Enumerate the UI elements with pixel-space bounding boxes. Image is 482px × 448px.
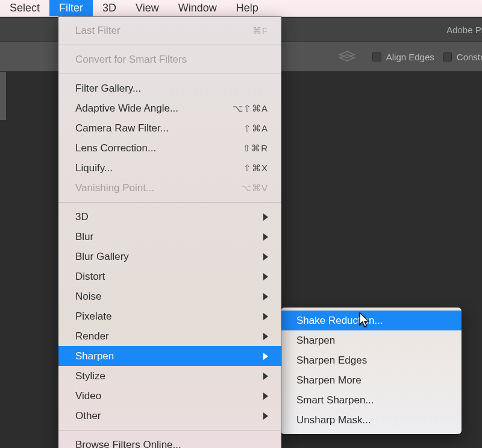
checkbox-icon bbox=[372, 52, 381, 62]
menu-item-adaptive-wide-angle[interactable]: Adaptive Wide Angle... ⌥⇧⌘A bbox=[58, 98, 281, 118]
menu-item-filter-gallery[interactable]: Filter Gallery... bbox=[58, 78, 281, 98]
menu-item-vanishing-point: Vanishing Point... ⌥⌘V bbox=[58, 178, 281, 198]
submenu-arrow-icon bbox=[263, 393, 268, 400]
constrain-label: Constr bbox=[457, 52, 482, 62]
menu-item-label: Stylize bbox=[75, 370, 263, 382]
menu-separator bbox=[58, 45, 281, 45]
submenu-arrow-icon bbox=[263, 233, 268, 241]
submenu-arrow-icon bbox=[263, 333, 268, 340]
submenu-arrow-icon bbox=[263, 373, 268, 380]
menu-item-liquify[interactable]: Liquify... ⇧⌘X bbox=[58, 158, 281, 178]
submenu-item-unsharp-mask[interactable]: Unsharp Mask... bbox=[281, 410, 462, 430]
menu-separator bbox=[58, 74, 281, 74]
shortcut-text: ⌥⌘V bbox=[241, 183, 268, 194]
menu-item-other[interactable]: Other bbox=[58, 406, 281, 426]
submenu-arrow-icon bbox=[263, 313, 268, 320]
left-tool-edge bbox=[0, 72, 6, 120]
submenu-arrow-icon bbox=[263, 213, 268, 221]
shortcut-text: ⌘F bbox=[252, 25, 268, 36]
submenu-arrow-icon bbox=[263, 253, 268, 260]
menu-item-label: Unsharp Mask... bbox=[296, 414, 446, 426]
menu-item-label: Last Filter bbox=[75, 25, 252, 37]
submenu-item-shake-reduction[interactable]: Shake Reduction... bbox=[281, 311, 462, 330]
menu-item-label: 3D bbox=[75, 211, 263, 223]
menu-item-browse-filters-online[interactable]: Browse Filters Online... bbox=[58, 435, 281, 448]
submenu-item-sharpen[interactable]: Sharpen bbox=[281, 330, 462, 350]
menu-item-video[interactable]: Video bbox=[58, 386, 281, 406]
shortcut-text: ⇧⌘X bbox=[243, 163, 268, 174]
menu-item-label: Convert for Smart Filters bbox=[75, 54, 268, 66]
menubar-item-3d[interactable]: 3D bbox=[93, 0, 126, 16]
constrain-checkbox[interactable]: Constr bbox=[443, 52, 482, 62]
menubar-item-filter[interactable]: Filter bbox=[49, 0, 93, 16]
shortcut-text: ⌥⇧⌘A bbox=[233, 103, 268, 114]
checkbox-icon bbox=[443, 52, 452, 62]
menu-item-label: Sharpen More bbox=[296, 374, 446, 386]
menu-item-label: Vanishing Point... bbox=[75, 182, 241, 194]
submenu-item-sharpen-more[interactable]: Sharpen More bbox=[281, 370, 462, 390]
menu-item-distort[interactable]: Distort bbox=[58, 267, 281, 286]
menu-item-3d[interactable]: 3D bbox=[58, 207, 281, 227]
submenu-arrow-icon bbox=[263, 412, 268, 420]
menubar-item-help[interactable]: Help bbox=[227, 0, 268, 16]
menu-item-stylize[interactable]: Stylize bbox=[58, 366, 281, 386]
shortcut-text: ⇧⌘A bbox=[243, 123, 268, 134]
menu-item-label: Sharpen Edges bbox=[296, 355, 446, 367]
menu-item-camera-raw-filter[interactable]: Camera Raw Filter... ⇧⌘A bbox=[58, 118, 281, 138]
menubar-item-view[interactable]: View bbox=[126, 0, 169, 16]
menu-item-label: Camera Raw Filter... bbox=[75, 122, 243, 134]
shortcut-text: ⇧⌘R bbox=[243, 143, 268, 154]
menu-item-lens-correction[interactable]: Lens Correction... ⇧⌘R bbox=[58, 138, 281, 158]
submenu-arrow-icon bbox=[263, 273, 268, 280]
menu-item-label: Sharpen bbox=[296, 335, 446, 347]
menu-item-label: Sharpen bbox=[75, 350, 263, 362]
align-edges-checkbox[interactable]: Align Edges bbox=[372, 52, 434, 62]
layer-stack-icon[interactable] bbox=[339, 50, 355, 63]
menu-item-label: Adaptive Wide Angle... bbox=[75, 103, 233, 115]
menu-item-noise[interactable]: Noise bbox=[58, 286, 281, 306]
align-edges-label: Align Edges bbox=[386, 52, 434, 62]
menubar-item-window[interactable]: Window bbox=[169, 0, 227, 16]
submenu-arrow-icon bbox=[263, 293, 268, 300]
sharpen-submenu: Shake Reduction... Sharpen Sharpen Edges… bbox=[281, 308, 462, 434]
menu-item-render[interactable]: Render bbox=[58, 326, 281, 346]
menu-item-label: Noise bbox=[75, 291, 263, 303]
filter-dropdown: Last Filter ⌘F Convert for Smart Filters… bbox=[58, 17, 281, 448]
menu-item-label: Browse Filters Online... bbox=[75, 439, 268, 449]
menu-item-label: Liquify... bbox=[75, 162, 243, 174]
menu-item-last-filter: Last Filter ⌘F bbox=[58, 21, 281, 40]
app-title: Adobe Pl bbox=[446, 25, 482, 35]
menu-item-blur-gallery[interactable]: Blur Gallery bbox=[58, 247, 281, 267]
menu-item-pixelate[interactable]: Pixelate bbox=[58, 306, 281, 326]
menu-separator bbox=[58, 430, 281, 431]
menu-item-label: Pixelate bbox=[75, 311, 263, 323]
menu-item-label: Smart Sharpen... bbox=[296, 394, 446, 406]
menu-item-sharpen[interactable]: Sharpen bbox=[58, 346, 281, 366]
menu-separator bbox=[58, 202, 281, 203]
menu-item-blur[interactable]: Blur bbox=[58, 227, 281, 247]
menu-item-label: Other bbox=[75, 410, 263, 422]
menu-item-convert-smart-filters: Convert for Smart Filters bbox=[58, 49, 281, 69]
menu-item-label: Blur bbox=[75, 231, 263, 243]
submenu-arrow-icon bbox=[263, 353, 268, 360]
menubar-item-select[interactable]: Select bbox=[0, 0, 49, 16]
menu-item-label: Blur Gallery bbox=[75, 251, 263, 263]
menu-item-label: Filter Gallery... bbox=[75, 83, 268, 95]
menu-item-label: Render bbox=[75, 330, 263, 342]
submenu-item-smart-sharpen[interactable]: Smart Sharpen... bbox=[281, 390, 462, 410]
submenu-item-sharpen-edges[interactable]: Sharpen Edges bbox=[281, 350, 462, 370]
menu-item-label: Video bbox=[75, 390, 263, 402]
menu-item-label: Lens Correction... bbox=[75, 142, 243, 154]
menu-item-label: Distort bbox=[75, 271, 263, 283]
menubar: Select Filter 3D View Window Help bbox=[0, 0, 482, 17]
menu-item-label: Shake Reduction... bbox=[296, 315, 446, 327]
